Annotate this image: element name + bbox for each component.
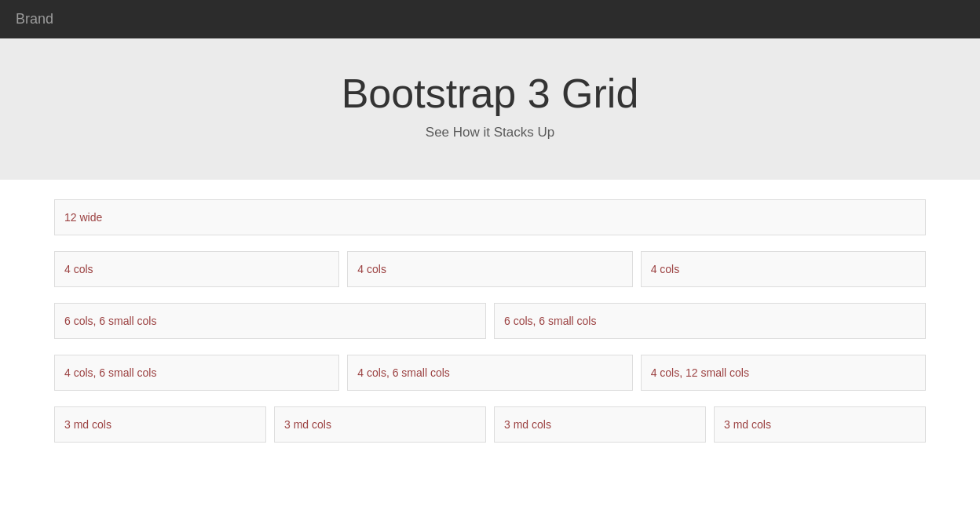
grid-cell-r2-c1: 4 cols	[54, 251, 339, 287]
navbar: Brand	[0, 0, 980, 38]
jumbotron: Bootstrap 3 Grid See How it Stacks Up	[0, 38, 980, 180]
jumbotron-subtitle: See How it Stacks Up	[16, 125, 964, 140]
grid-cell-r2-c2: 4 cols	[347, 251, 632, 287]
grid-cell-r4-c1: 4 cols, 6 small cols	[54, 355, 339, 391]
grid-cell-r3-c2: 6 cols, 6 small cols	[494, 303, 926, 339]
grid-cell-r5-c2: 3 md cols	[274, 406, 486, 443]
grid-container: 12 wide4 cols4 cols4 cols6 cols, 6 small…	[42, 195, 938, 446]
grid-cell-r4-c3: 4 cols, 12 small cols	[641, 355, 926, 391]
grid-row-4: 4 cols, 6 small cols4 cols, 6 small cols…	[50, 351, 930, 395]
grid-row-5: 3 md cols3 md cols3 md cols3 md cols	[50, 403, 930, 446]
grid-cell-r3-c1: 6 cols, 6 small cols	[54, 303, 486, 339]
navbar-brand[interactable]: Brand	[16, 11, 53, 27]
grid-cell-r1-c1: 12 wide	[54, 199, 926, 235]
grid-cell-r5-c4: 3 md cols	[714, 406, 926, 443]
jumbotron-title: Bootstrap 3 Grid	[16, 70, 964, 117]
grid-row-1: 12 wide	[50, 195, 930, 239]
grid-row-2: 4 cols4 cols4 cols	[50, 247, 930, 291]
grid-cell-r4-c2: 4 cols, 6 small cols	[347, 355, 632, 391]
grid-cell-r2-c3: 4 cols	[641, 251, 926, 287]
grid-cell-r5-c1: 3 md cols	[54, 406, 266, 443]
grid-row-3: 6 cols, 6 small cols6 cols, 6 small cols	[50, 299, 930, 343]
grid-cell-r5-c3: 3 md cols	[494, 406, 706, 443]
